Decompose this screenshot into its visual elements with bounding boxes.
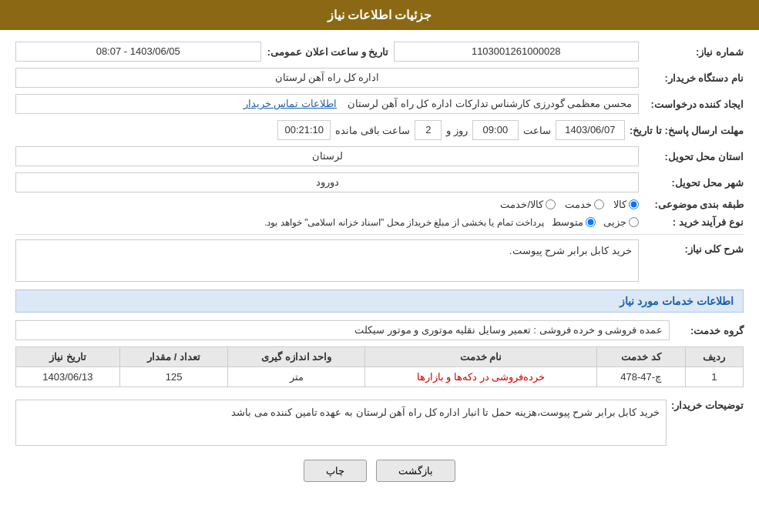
service-group-value: عمده فروشی و خرده فروشی : تعمیر وسایل نق… bbox=[15, 320, 670, 340]
contact-link[interactable]: اطلاعات تماس خریدار bbox=[243, 98, 337, 109]
category-service-option[interactable]: خدمت bbox=[565, 199, 604, 210]
table-header-row: ردیف کد خدمت نام خدمت واحد اندازه گیری ت… bbox=[16, 347, 744, 367]
deadline-day-label: روز و bbox=[446, 125, 468, 136]
buyer-org-value: اداره کل راه آهن لرستان bbox=[15, 68, 639, 88]
print-button[interactable]: چاپ bbox=[304, 460, 367, 482]
deadline-remaining-label: ساعت باقی مانده bbox=[335, 125, 410, 136]
province-label: استان محل تحویل: bbox=[643, 151, 744, 162]
city-row: شهر محل تحویل: دورود bbox=[15, 172, 744, 192]
purchase-type-label: نوع فرآیند خرید : bbox=[643, 216, 744, 228]
col-code: کد خدمت bbox=[596, 347, 685, 367]
purchase-type-partial-option[interactable]: جزیی bbox=[603, 216, 639, 228]
category-row: طبقه بندی موضوعی: کالا خدمت کالا/خدمت bbox=[15, 199, 744, 210]
deadline-remaining: 00:21:10 bbox=[277, 120, 331, 140]
buyer-notes-label: توضیحات خریدار: bbox=[671, 395, 744, 411]
summary-value: خرید کابل برابر شرح پیوست. bbox=[15, 239, 639, 282]
cell-name: خرده‌فروشی در دکه‌ها و بازارها bbox=[365, 367, 597, 387]
cell-unit: متر bbox=[228, 367, 365, 387]
cell-row: 1 bbox=[685, 367, 743, 387]
creator-label: ایجاد کننده درخواست: bbox=[643, 99, 744, 110]
service-group-row: گروه خدمت: عمده فروشی و خرده فروشی : تعم… bbox=[15, 320, 744, 340]
city-label: شهر محل تحویل: bbox=[643, 177, 744, 189]
announcement-label: تاریخ و ساعت اعلان عمومی: bbox=[266, 46, 389, 58]
deadline-row: مهلت ارسال پاسخ: تا تاریخ: 1403/06/07 سا… bbox=[15, 120, 744, 140]
buyer-notes-value: خرید کابل برابر شرح پیوست،هزینه حمل تا ا… bbox=[15, 400, 667, 446]
need-number-value: 1103001261000028 bbox=[394, 42, 640, 62]
summary-row: شرح کلی نیاز: خرید کابل برابر شرح پیوست. bbox=[15, 239, 744, 282]
deadline-time: 09:00 bbox=[472, 120, 519, 140]
items-table: ردیف کد خدمت نام خدمت واحد اندازه گیری ت… bbox=[15, 346, 744, 387]
page-header: جزئیات اطلاعات نیاز bbox=[0, 0, 759, 30]
deadline-label: مهلت ارسال پاسخ: تا تاریخ: bbox=[630, 125, 744, 136]
cell-date: 1403/06/13 bbox=[16, 367, 120, 387]
footer-buttons: بازگشت چاپ bbox=[15, 460, 744, 497]
category-label: طبقه بندی موضوعی: bbox=[643, 199, 744, 210]
services-section-title: اطلاعات خدمات مورد نیاز bbox=[15, 289, 744, 313]
service-group-label: گروه خدمت: bbox=[674, 325, 744, 336]
col-quantity: تعداد / مقدار bbox=[119, 347, 228, 367]
category-both-option[interactable]: کالا/خدمت bbox=[500, 199, 556, 210]
purchase-type-row: نوع فرآیند خرید : جزیی متوسط پرداخت تمام… bbox=[15, 216, 744, 228]
purchase-type-note: پرداخت تمام یا بخشی از مبلغ خریداز محل "… bbox=[264, 217, 544, 228]
buyer-org-label: نام دستگاه خریدار: bbox=[643, 72, 744, 84]
col-unit: واحد اندازه گیری bbox=[228, 347, 365, 367]
page-title: جزئیات اطلاعات نیاز bbox=[327, 8, 432, 22]
summary-label: شرح کلی نیاز: bbox=[643, 239, 744, 255]
creator-row: ایجاد کننده درخواست: محسن معظمی گودرزی ک… bbox=[15, 94, 744, 114]
table-row: 1 چ-47-478 خرده‌فروشی در دکه‌ها و بازاره… bbox=[16, 367, 744, 387]
purchase-type-medium-option[interactable]: متوسط bbox=[552, 216, 596, 228]
deadline-date: 1403/06/07 bbox=[556, 120, 625, 140]
cell-code: چ-47-478 bbox=[596, 367, 685, 387]
deadline-time-label: ساعت bbox=[523, 125, 551, 136]
announcement-value: 1403/06/05 - 08:07 bbox=[15, 42, 261, 62]
buyer-org-row: نام دستگاه خریدار: اداره کل راه آهن لرست… bbox=[15, 68, 744, 88]
col-row: ردیف bbox=[685, 347, 743, 367]
creator-value: محسن معظمی گودرزی کارشناس تدارکات اداره … bbox=[15, 94, 639, 114]
buyer-notes-row: توضیحات خریدار: خرید کابل برابر شرح پیوس… bbox=[15, 395, 744, 446]
deadline-days: 2 bbox=[415, 120, 442, 140]
need-number-row: شماره نیاز: 1103001261000028 تاریخ و ساع… bbox=[15, 42, 744, 62]
col-name: نام خدمت bbox=[365, 347, 597, 367]
need-number-label: شماره نیاز: bbox=[643, 46, 744, 58]
province-value: لرستان bbox=[15, 146, 639, 166]
back-button[interactable]: بازگشت bbox=[376, 460, 455, 482]
category-radio-group: کالا خدمت کالا/خدمت bbox=[15, 199, 639, 210]
cell-quantity: 125 bbox=[119, 367, 228, 387]
city-value: دورود bbox=[15, 172, 639, 192]
col-date: تاریخ نیاز bbox=[16, 347, 120, 367]
province-row: استان محل تحویل: لرستان bbox=[15, 146, 744, 166]
category-goods-option[interactable]: کالا bbox=[613, 199, 639, 210]
